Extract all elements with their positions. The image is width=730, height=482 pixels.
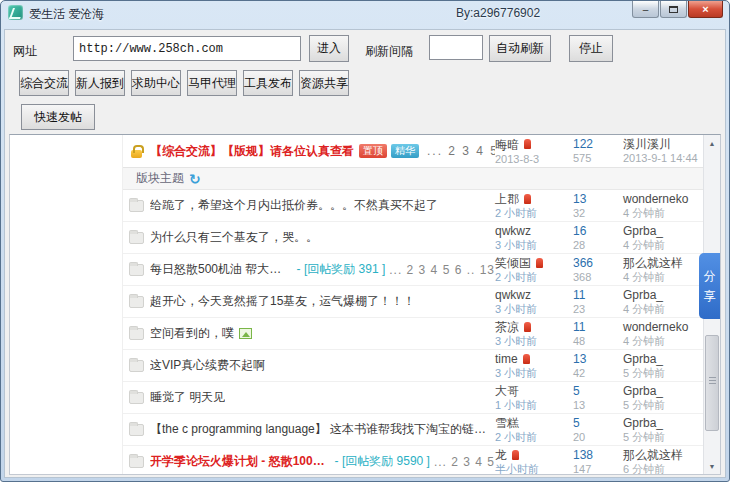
thread-last-poster[interactable]: 那么就这样 bbox=[623, 256, 703, 270]
thread-last-poster[interactable]: Gprba_ bbox=[623, 416, 703, 430]
thread-author[interactable]: 龙 bbox=[495, 448, 507, 462]
thread-last-time: 6 分钟前 bbox=[623, 462, 703, 476]
thread-post-time: 2 小时前 bbox=[495, 206, 573, 220]
nav-newcomers[interactable]: 新人报到 bbox=[75, 70, 125, 96]
thread-post-time: 3 小时前 bbox=[495, 366, 573, 380]
thread-author[interactable]: 雪糕 bbox=[495, 416, 519, 430]
auto-refresh-button[interactable]: 自动刷新 bbox=[489, 35, 551, 62]
sticky-thread-row[interactable]: 【综合交流】【版规】请各位认真查看 置顶 精华 ... 2 3 4 5 晦暗 2… bbox=[123, 135, 703, 168]
thread-pagination[interactable]: ... 2 3 4 5 6 .. 13 bbox=[389, 263, 495, 277]
window-title: 爱生活 爱沧海 bbox=[29, 6, 104, 23]
thread-row[interactable]: 每日怒散500机油 帮大家做任务 - [回帖奖励 391 ] ... 2 3 4… bbox=[123, 254, 703, 286]
thread-row[interactable]: 超开心，今天竟然摇了15基友，运气爆棚了！！！ qwkwz 3 小时前 11 2… bbox=[123, 286, 703, 318]
thread-view-count: 23 bbox=[573, 302, 623, 316]
thread-last-time: 4 分钟前 bbox=[623, 238, 703, 252]
nav-help-center[interactable]: 求助中心 bbox=[131, 70, 181, 96]
url-input[interactable] bbox=[73, 36, 301, 61]
thread-last-poster[interactable]: Gprba_ bbox=[623, 384, 703, 398]
scroll-up-icon[interactable]: ▲ bbox=[704, 135, 720, 151]
thread-last-poster[interactable]: Gprba_ bbox=[623, 288, 703, 302]
thread-title[interactable]: 这VIP真心续费不起啊 bbox=[150, 357, 265, 374]
thread-author[interactable]: 笑倾国 bbox=[495, 256, 531, 270]
thread-title[interactable]: 为什么只有三个基友了，哭。。 bbox=[150, 229, 318, 246]
sticky-thread-title[interactable]: 【综合交流】【版规】请各位认真查看 bbox=[150, 143, 354, 160]
thread-author[interactable]: time bbox=[495, 352, 518, 366]
thread-folder-icon bbox=[129, 232, 144, 244]
thread-view-count: 368 bbox=[573, 270, 623, 284]
nav-general-chat[interactable]: 综合交流 bbox=[19, 70, 69, 96]
thread-view-count: 20 bbox=[573, 430, 623, 444]
thread-title[interactable]: 开学季论坛火爆计划 - 怒散10000基友~ bbox=[150, 453, 330, 470]
quick-post-button[interactable]: 快速发帖 bbox=[21, 104, 95, 130]
thread-row[interactable]: 这VIP真心续费不起啊 time 3 小时前 13 42 Gprba_ 5 分钟… bbox=[123, 350, 703, 382]
thread-author[interactable]: qwkwz bbox=[495, 224, 531, 238]
nav-proxy[interactable]: 马甲代理 bbox=[187, 70, 237, 96]
thread-last-poster[interactable]: Gprba_ bbox=[623, 224, 703, 238]
sticky-last-poster[interactable]: 溪川溪川 bbox=[623, 137, 703, 151]
maximize-icon bbox=[669, 6, 678, 13]
refresh-interval-input[interactable] bbox=[429, 35, 483, 60]
author-byline: By:a296776902 bbox=[456, 6, 540, 20]
thread-reply-count: 5 bbox=[573, 384, 623, 398]
thread-last-poster[interactable]: Gprba_ bbox=[623, 352, 703, 366]
thread-row[interactable]: 睡觉了 明天见 大哥 1 小时前 5 13 Gprba_ 5 分钟前 bbox=[123, 382, 703, 414]
nav-resources[interactable]: 资源共享 bbox=[299, 70, 349, 96]
thread-title[interactable]: 空间看到的，噗 bbox=[150, 325, 234, 342]
window-controls: – × bbox=[632, 1, 723, 18]
app-window: 爱生活 爱沧海 By:a296776902 – × 网址 进入 刷新间隔 自动刷… bbox=[0, 0, 730, 482]
close-icon: × bbox=[702, 3, 708, 15]
sticky-last-time: 2013-9-1 14:44 bbox=[623, 151, 703, 165]
thread-row[interactable]: 给跪了，希望这个月内出抵价券。。。不然真买不起了 上郡 2 小时前 13 32 … bbox=[123, 190, 703, 222]
thread-view-count: 147 bbox=[573, 462, 623, 476]
thread-title[interactable]: 超开心，今天竟然摇了15基友，运气爆棚了！！！ bbox=[150, 293, 415, 310]
thread-folder-icon bbox=[129, 424, 144, 436]
title-bar[interactable]: 爱生活 爱沧海 By:a296776902 – × bbox=[1, 1, 729, 29]
stop-button[interactable]: 停止 bbox=[569, 35, 613, 62]
refresh-icon[interactable]: ↻ bbox=[189, 171, 201, 187]
thread-post-time: 3 小时前 bbox=[495, 302, 573, 316]
thread-author[interactable]: 大哥 bbox=[495, 384, 519, 398]
scrollbar-thumb[interactable] bbox=[705, 335, 719, 431]
new-indicator-icon bbox=[524, 139, 531, 149]
thread-view-count: 48 bbox=[573, 334, 623, 348]
thread-author[interactable]: 茶凉 bbox=[495, 320, 519, 334]
maximize-button[interactable] bbox=[660, 1, 687, 18]
thread-folder-icon bbox=[129, 264, 144, 276]
thread-last-poster[interactable]: 那么就这样 bbox=[623, 448, 703, 462]
thread-reply-count: 13 bbox=[573, 192, 623, 206]
thread-pagination[interactable]: ... 2 3 4 5 bbox=[434, 455, 495, 469]
thread-row[interactable]: 空间看到的，噗 茶凉 3 小时前 11 48 wonderneko 4 分钟前 bbox=[123, 318, 703, 350]
thread-last-time: 5 分钟前 bbox=[623, 430, 703, 444]
sticky-pagination[interactable]: ... 2 3 4 5 bbox=[427, 144, 495, 158]
thread-author[interactable]: qwkwz bbox=[495, 288, 531, 302]
thread-author[interactable]: 上郡 bbox=[495, 192, 519, 206]
thread-title[interactable]: 【the c programming language】 这本书谁帮我找下淘宝的… bbox=[150, 421, 495, 438]
section-header-label: 版块主题 bbox=[136, 170, 184, 187]
thread-title[interactable]: 每日怒散500机油 帮大家做任务 bbox=[150, 261, 292, 278]
thread-title[interactable]: 睡觉了 明天见 bbox=[150, 389, 225, 406]
nav-tools[interactable]: 工具发布 bbox=[243, 70, 293, 96]
scroll-down-icon[interactable]: ▼ bbox=[704, 458, 720, 474]
thread-last-poster[interactable]: wonderneko bbox=[623, 320, 703, 334]
lock-icon bbox=[131, 150, 142, 158]
thread-reply-count: 5 bbox=[573, 416, 623, 430]
thread-reply-count: 13 bbox=[573, 352, 623, 366]
thread-last-time: 5 分钟前 bbox=[623, 366, 703, 380]
share-tab[interactable]: 分享 bbox=[699, 253, 720, 319]
thread-reply-count: 366 bbox=[573, 256, 623, 270]
image-attachment-icon bbox=[239, 328, 252, 339]
thread-title[interactable]: 给跪了，希望这个月内出抵价券。。。不然真买不起了 bbox=[150, 197, 438, 214]
thread-last-poster[interactable]: wonderneko bbox=[623, 192, 703, 206]
thread-post-time: 2 小时前 bbox=[495, 270, 573, 284]
thread-row[interactable]: 开学季论坛火爆计划 - 怒散10000基友~ - [回帖奖励 9590 ] ..… bbox=[123, 446, 703, 475]
thread-row[interactable]: 【the c programming language】 这本书谁帮我找下淘宝的… bbox=[123, 414, 703, 446]
pinned-badge: 置顶 bbox=[359, 144, 387, 158]
sticky-view-count: 575 bbox=[573, 151, 623, 165]
minimize-button[interactable]: – bbox=[632, 1, 659, 18]
sticky-author[interactable]: 晦暗 bbox=[495, 138, 519, 152]
thread-row[interactable]: 为什么只有三个基友了，哭。。 qwkwz 3 小时前 16 28 Gprba_ … bbox=[123, 222, 703, 254]
go-button[interactable]: 进入 bbox=[309, 35, 349, 62]
close-button[interactable]: × bbox=[688, 1, 723, 18]
new-indicator-icon bbox=[524, 322, 531, 332]
thread-view-count: 13 bbox=[573, 398, 623, 412]
